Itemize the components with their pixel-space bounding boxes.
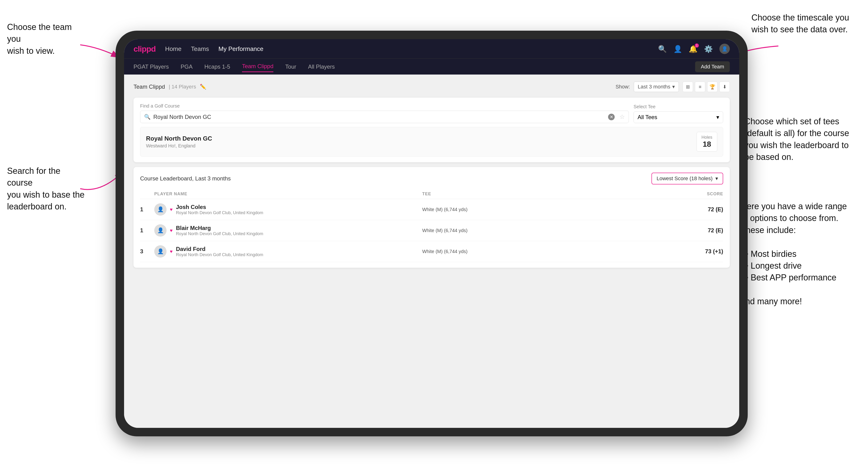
- search-section: Find a Golf Course 🔍 ✕ ☆ Select Tee All …: [133, 98, 730, 162]
- player-fav-icon-1[interactable]: ♥: [170, 207, 173, 212]
- player-name-2: Blair McHarg: [176, 225, 263, 231]
- leaderboard-section: Course Leaderboard, Last 3 months Lowest…: [133, 167, 730, 268]
- add-team-button[interactable]: Add Team: [695, 61, 730, 72]
- tee-value: All Tees: [638, 114, 657, 121]
- subnav-pgat[interactable]: PGAT Players: [133, 62, 169, 72]
- grid-view-button[interactable]: ⊞: [683, 82, 693, 92]
- annotation-mid-right: Choose which set of tees (default is all…: [744, 116, 849, 163]
- player-fav-icon-2[interactable]: ♥: [170, 228, 173, 233]
- table-row: 1 👤 ♥ Blair McHarg Royal North Devon Gol…: [140, 220, 723, 241]
- nav-link-home[interactable]: Home: [165, 45, 181, 53]
- annotation-bottom-right-intro: Here you have a wide range of options to…: [741, 201, 847, 235]
- nav-icons: 🔍 👤 🔔 1 ⚙️ 👤: [658, 44, 730, 54]
- person-icon[interactable]: 👤: [673, 45, 682, 53]
- bell-icon[interactable]: 🔔 1: [689, 45, 698, 53]
- holes-label: Holes: [702, 135, 712, 140]
- annotation-top-right-line1: Choose the timescale you: [751, 13, 849, 22]
- annotation-bottom-right-outro: and many more!: [741, 297, 802, 306]
- table-row: 1 👤 ♥ Josh Coles Royal North Devon Golf …: [140, 199, 723, 220]
- subnav-teamclippd[interactable]: Team Clippd: [242, 61, 273, 72]
- download-button[interactable]: ⬇: [719, 82, 730, 92]
- annotation-top-left-line2: wish to view.: [7, 46, 55, 56]
- player-score-1: 72 (E): [690, 206, 723, 213]
- leaderboard-title: Course Leaderboard, Last 3 months: [140, 175, 231, 182]
- avatar-icon[interactable]: 👤: [719, 44, 730, 54]
- player-info-2: 👤 ♥ Blair McHarg Royal North Devon Golf …: [154, 224, 422, 237]
- clear-search-button[interactable]: ✕: [608, 114, 615, 120]
- annotation-top-right-line2: wish to see the data over.: [751, 25, 848, 34]
- course-result: Royal North Devon GC Westward Ho!, Engla…: [140, 127, 723, 157]
- player-avatar-3: 👤: [154, 245, 166, 257]
- leaderboard-table: PLAYER NAME TEE SCORE 1 👤 ♥ Josh Coles R…: [140, 189, 723, 262]
- player-rank-1: 1: [140, 206, 154, 213]
- search-icon[interactable]: 🔍: [658, 45, 667, 53]
- col-score: SCORE: [690, 191, 723, 196]
- app-navbar: clippd Home Teams My Performance 🔍 👤 🔔 1…: [124, 39, 739, 59]
- list-view-button[interactable]: ≡: [695, 82, 705, 92]
- tee-chevron-icon: ▾: [716, 114, 719, 121]
- find-course-label: Find a Golf Course: [140, 103, 629, 109]
- subnav-pga[interactable]: PGA: [181, 62, 193, 72]
- annotation-list-item-3: Best APP performance: [745, 272, 849, 283]
- edit-icon[interactable]: ✏️: [200, 84, 206, 90]
- course-result-name: Royal North Devon GC: [146, 135, 212, 142]
- subnav-allplayers[interactable]: All Players: [308, 62, 335, 72]
- col-tee: TEE: [422, 191, 690, 196]
- annotation-top-right: Choose the timescale you wish to see the…: [751, 12, 849, 36]
- annotation-bottom-right-list: Most birdies Longest drive Best APP perf…: [741, 248, 849, 284]
- player-tee-2: White (M) (6,744 yds): [422, 228, 690, 233]
- settings-icon[interactable]: ⚙️: [704, 45, 713, 53]
- nav-link-teams[interactable]: Teams: [191, 45, 209, 53]
- annotation-bottom-right: Here you have a wide range of options to…: [741, 200, 849, 308]
- player-score-2: 72 (E): [690, 227, 723, 234]
- annotation-mid-right-line1: Choose which set of tees: [744, 117, 839, 126]
- player-rank-2: 1: [140, 227, 154, 234]
- col-player: PLAYER NAME: [154, 191, 422, 196]
- tee-label: Select Tee: [633, 104, 723, 110]
- player-tee-3: White (M) (6,744 yds): [422, 249, 690, 254]
- nav-link-myperformance[interactable]: My Performance: [218, 45, 264, 53]
- time-period-dropdown[interactable]: Last 3 months ▾: [634, 82, 679, 92]
- tablet-screen: clippd Home Teams My Performance 🔍 👤 🔔 1…: [124, 39, 739, 428]
- score-type-selector[interactable]: Lowest Score (18 holes) ▾: [651, 173, 723, 184]
- score-type-value: Lowest Score (18 holes): [657, 176, 713, 182]
- player-fav-icon-3[interactable]: ♥: [170, 249, 173, 254]
- sub-navbar: PGAT Players PGA Hcaps 1-5 Team Clippd T…: [124, 59, 739, 74]
- search-icon-inner: 🔍: [144, 114, 151, 120]
- team-header: Team Clippd | 14 Players ✏️ Show: Last 3…: [133, 82, 730, 92]
- search-row: Find a Golf Course 🔍 ✕ ☆ Select Tee All …: [140, 103, 723, 123]
- annotation-bottom-left: Search for the course you wish to base t…: [7, 165, 87, 213]
- course-search-input[interactable]: [153, 114, 605, 120]
- annotation-top-left: Choose the team you wish to view.: [7, 21, 87, 57]
- tee-select-field: Select Tee All Tees ▾: [633, 104, 723, 123]
- annotation-bottom-left-line1: Search for the course: [7, 166, 60, 187]
- annotation-mid-right-line3: you wish the leaderboard to: [744, 140, 849, 150]
- player-club-3: Royal North Devon Golf Club, United King…: [176, 252, 263, 257]
- subnav-tour[interactable]: Tour: [285, 62, 296, 72]
- annotation-bottom-left-line3: leaderboard on.: [7, 201, 66, 211]
- subnav-hcaps[interactable]: Hcaps 1-5: [205, 62, 230, 72]
- player-details-2: Blair McHarg Royal North Devon Golf Club…: [176, 225, 263, 236]
- player-avatar-2: 👤: [154, 224, 166, 237]
- holes-box: Holes 18: [696, 132, 717, 152]
- player-count: | 14 Players: [168, 84, 196, 90]
- annotation-list-item-1: Most birdies: [745, 248, 849, 260]
- notification-badge: 1: [695, 43, 699, 48]
- annotation-mid-right-line2: (default is all) for the course: [744, 128, 849, 138]
- player-name-1: Josh Coles: [176, 204, 263, 210]
- favorite-button[interactable]: ☆: [619, 113, 625, 121]
- player-details-3: David Ford Royal North Devon Golf Club, …: [176, 246, 263, 257]
- player-details-1: Josh Coles Royal North Devon Golf Club, …: [176, 204, 263, 215]
- trophy-view-button[interactable]: 🏆: [707, 82, 717, 92]
- course-search-field: Find a Golf Course 🔍 ✕ ☆: [140, 103, 629, 123]
- col-rank: [140, 191, 154, 196]
- player-info-1: 👤 ♥ Josh Coles Royal North Devon Golf Cl…: [154, 203, 422, 216]
- show-label: Show:: [616, 84, 630, 90]
- search-input-wrapper[interactable]: 🔍 ✕ ☆: [140, 111, 629, 123]
- team-name: Team Clippd: [133, 84, 165, 90]
- annotation-bottom-left-line2: you wish to base the: [7, 190, 85, 199]
- tee-select-dropdown[interactable]: All Tees ▾: [633, 111, 723, 123]
- view-icons: ⊞ ≡ 🏆 ⬇: [683, 82, 730, 92]
- nav-logo: clippd: [133, 44, 156, 54]
- annotation-top-left-line1: Choose the team you: [7, 22, 72, 44]
